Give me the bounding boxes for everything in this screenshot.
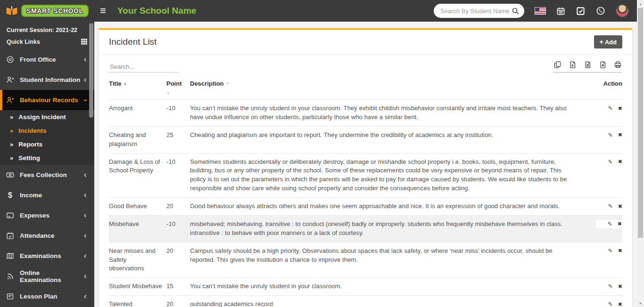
page-scrollbar[interactable]: ▲ ▼ [637, 0, 644, 307]
whatsapp-icon[interactable] [596, 6, 605, 16]
edit-icon[interactable]: ✎ [608, 203, 613, 209]
sidebar-item-fees-collection[interactable]: Fees Collection [0, 165, 94, 185]
sidebar-item-label: Student Information [20, 76, 80, 83]
delete-icon[interactable]: ✖ [618, 248, 622, 253]
grid-icon[interactable] [81, 38, 88, 45]
page-scrollbar-thumb[interactable] [638, 8, 643, 238]
table-search-input[interactable] [109, 61, 179, 73]
language-flag-icon[interactable] [535, 8, 545, 14]
incident-actions: ✎✖ [596, 158, 622, 194]
calendar-icon[interactable] [556, 7, 565, 16]
edit-icon[interactable]: ✎ [608, 248, 613, 254]
incident-actions: ✎✖ [596, 131, 622, 149]
edit-icon[interactable]: ✎ [608, 221, 612, 227]
sidebar-item-online-examinations[interactable]: Online Examinations [0, 266, 94, 286]
chevron-left-icon [83, 274, 88, 279]
incident-title: Damage & Loss of School Property [109, 158, 166, 194]
edit-icon[interactable]: ✎ [608, 159, 613, 165]
csv-export-icon[interactable] [584, 61, 592, 69]
quick-links[interactable]: Quick Links [0, 34, 94, 49]
delete-icon[interactable]: ✖ [618, 302, 622, 307]
delete-icon[interactable]: ✖ [618, 132, 622, 137]
copy-icon[interactable] [553, 61, 561, 69]
table-row: Good Behave20Good behaviour always attra… [109, 197, 622, 215]
sidebar-item-attendance[interactable]: Attendance [0, 226, 94, 246]
sidebar-scrollbar-thumb[interactable] [89, 23, 93, 118]
delete-icon[interactable]: ✖ [618, 159, 622, 164]
pdf-export-icon[interactable] [599, 61, 607, 69]
chevron-left-icon [83, 233, 88, 239]
chevron-left-icon [83, 193, 88, 198]
delete-icon[interactable]: ✖ [618, 106, 622, 111]
page-title: Incident List [109, 37, 157, 47]
table-row: Near misses and Safety observations20Cam… [109, 242, 622, 278]
sidebar-item-label: Examinations [20, 252, 61, 259]
user-avatar[interactable] [616, 5, 628, 17]
submenu-item-assign-incident[interactable]: »Assign Incident [0, 110, 94, 124]
incident-table: Title▲ Point ▼ Description▼ Action Arrog… [99, 74, 632, 307]
sort-desc-icon[interactable]: ▼ [226, 81, 230, 86]
rss-icon [6, 272, 14, 280]
submenu-item-label: Reports [18, 141, 42, 148]
submenu-item-incidents[interactable]: »Incidents [0, 124, 94, 137]
excel-export-icon[interactable] [569, 61, 577, 69]
submenu-item-reports[interactable]: »Reports [0, 137, 94, 151]
sidebar-item-label: Lesson Plan [20, 293, 58, 300]
sidebar-item-label: Front Office [20, 56, 56, 63]
chevron-left-icon [83, 253, 88, 259]
sidebar-item-income[interactable]: $Income [0, 185, 94, 205]
sidebar-item-behaviour-records[interactable]: Behaviour Records [0, 90, 94, 110]
sidebar-item-front-office[interactable]: Front Office [0, 49, 94, 70]
search-icon[interactable] [512, 7, 520, 15]
student-search-input[interactable] [440, 8, 512, 15]
edit-icon[interactable]: ✎ [608, 132, 613, 138]
edit-icon[interactable]: ✎ [608, 301, 613, 307]
logo-text: SMART SCHOOL [21, 5, 89, 17]
incident-actions: ✎✖ [596, 220, 622, 238]
print-icon[interactable] [614, 61, 622, 69]
submenu-item-setting[interactable]: »Setting [0, 151, 94, 165]
sidebar-item-lesson-plan[interactable]: Lesson Plan [0, 286, 94, 307]
incident-description: Campus safety should be a high priority.… [190, 247, 596, 274]
add-button[interactable]: + Add [594, 35, 622, 48]
scroll-down-icon[interactable]: ▼ [637, 299, 644, 307]
table-row: Arrogant-10You can’t mistake the unruly … [109, 99, 622, 126]
double-arrow-icon: » [10, 127, 13, 134]
submenu-item-label: Assign Incident [18, 113, 66, 121]
column-header-point[interactable]: Point ▼ [166, 80, 190, 96]
edit-icon[interactable]: ✎ [608, 105, 613, 111]
incident-actions: ✎✖ [596, 282, 622, 291]
hamburger-menu-icon[interactable]: ≡ [100, 6, 106, 16]
table-search [109, 61, 179, 73]
incident-description: You can’t mistake the unruly student in … [190, 282, 596, 291]
sidebar-item-expenses[interactable]: Expenses [0, 205, 94, 226]
sidebar-item-label: Online Examinations [20, 269, 83, 283]
incident-point: -10 [166, 158, 190, 194]
edit-icon[interactable]: ✎ [608, 283, 613, 289]
sidebar-item-examinations[interactable]: Examinations [0, 246, 94, 266]
incident-list-card: Incident List + Add [99, 28, 632, 307]
incident-title: Near misses and Safety observations [109, 247, 166, 274]
column-header-description[interactable]: Description▼ [190, 80, 596, 96]
incident-title: Arrogant [109, 104, 166, 122]
app-logo[interactable]: SMART SCHOOL [0, 5, 94, 17]
sort-asc-icon[interactable]: ▲ [124, 81, 127, 86]
column-header-title[interactable]: Title▲ [109, 80, 166, 96]
table-row: Student Misbehave15You can’t mistake the… [109, 277, 622, 295]
chevron-left-icon [83, 77, 88, 83]
chevron-left-icon [83, 294, 88, 299]
sidebar-item-student-information[interactable]: Student Information [0, 70, 94, 90]
student-search [434, 4, 524, 18]
sort-desc-icon[interactable]: ▼ [166, 91, 190, 96]
sidebar-item-label: Attendance [20, 232, 55, 239]
tasks-icon[interactable] [576, 7, 585, 16]
table-header-row: Title▲ Point ▼ Description▼ Action [109, 74, 622, 99]
incident-point: 20 [166, 202, 190, 211]
delete-icon[interactable]: ✖ [618, 221, 622, 226]
scroll-up-icon[interactable]: ▲ [637, 0, 644, 8]
delete-icon[interactable]: ✖ [618, 284, 622, 289]
double-arrow-icon: » [10, 113, 13, 121]
delete-icon[interactable]: ✖ [618, 204, 622, 209]
school-name: Your School Name [117, 6, 197, 16]
sidebar: Current Session: 2021-22 Quick Links Fro… [0, 22, 94, 307]
